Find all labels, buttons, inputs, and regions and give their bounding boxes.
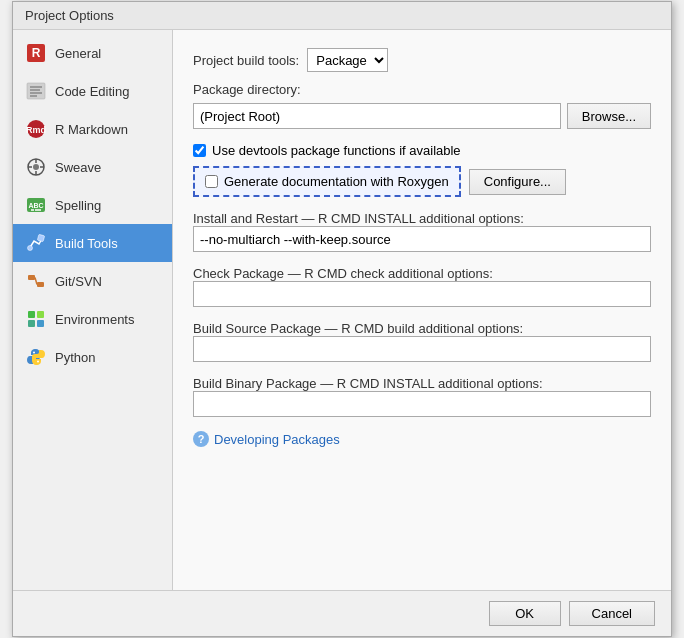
spelling-icon: ABC bbox=[25, 194, 47, 216]
devtools-checkbox[interactable] bbox=[193, 144, 206, 157]
sidebar-label-code-editing: Code Editing bbox=[55, 84, 129, 99]
sidebar-item-r-markdown[interactable]: Rmd R Markdown bbox=[13, 110, 172, 148]
svg-rect-27 bbox=[37, 320, 44, 327]
ok-button[interactable]: OK bbox=[489, 601, 561, 626]
check-package-label: Check Package — R CMD check additional o… bbox=[193, 266, 493, 281]
git-svn-icon bbox=[25, 270, 47, 292]
sidebar-label-environments: Environments bbox=[55, 312, 134, 327]
build-binary-input[interactable] bbox=[193, 391, 651, 417]
dialog-titlebar: Project Options bbox=[13, 2, 671, 30]
package-directory-input[interactable] bbox=[193, 103, 561, 129]
code-editing-icon bbox=[25, 80, 47, 102]
svg-line-23 bbox=[35, 278, 37, 285]
general-icon: R bbox=[25, 42, 47, 64]
dialog-body: R General Code Editing bbox=[13, 30, 671, 590]
install-restart-input[interactable] bbox=[193, 226, 651, 252]
svg-text:R: R bbox=[32, 46, 41, 60]
svg-point-19 bbox=[28, 246, 33, 251]
svg-text:Rmd: Rmd bbox=[26, 125, 46, 135]
sidebar-item-general[interactable]: R General bbox=[13, 34, 172, 72]
install-restart-label: Install and Restart — R CMD INSTALL addi… bbox=[193, 211, 524, 226]
build-binary-label: Build Binary Package — R CMD INSTALL add… bbox=[193, 376, 543, 391]
svg-rect-20 bbox=[37, 234, 44, 241]
roxygen-box: Generate documentation with Roxygen bbox=[193, 166, 461, 197]
devtools-row: Use devtools package functions if availa… bbox=[193, 143, 651, 158]
svg-rect-21 bbox=[28, 275, 35, 280]
sidebar-label-python: Python bbox=[55, 350, 95, 365]
svg-point-10 bbox=[33, 164, 39, 170]
configure-button[interactable]: Configure... bbox=[469, 169, 566, 195]
install-restart-section: Install and Restart — R CMD INSTALL addi… bbox=[193, 211, 651, 252]
sidebar: R General Code Editing bbox=[13, 30, 173, 590]
help-link-label: Developing Packages bbox=[214, 432, 340, 447]
sidebar-label-build-tools: Build Tools bbox=[55, 236, 118, 251]
r-markdown-icon: Rmd bbox=[25, 118, 47, 140]
main-content: Project build tools: Package (None) Make… bbox=[173, 30, 671, 590]
svg-rect-26 bbox=[28, 320, 35, 327]
package-directory-label: Package directory: bbox=[193, 82, 651, 97]
sidebar-label-sweave: Sweave bbox=[55, 160, 101, 175]
roxygen-checkbox[interactable] bbox=[205, 175, 218, 188]
dialog-title: Project Options bbox=[25, 8, 114, 23]
build-tools-row: Project build tools: Package (None) Make… bbox=[193, 48, 651, 72]
check-package-input[interactable] bbox=[193, 281, 651, 307]
sidebar-item-sweave[interactable]: Sweave bbox=[13, 148, 172, 186]
cancel-button[interactable]: Cancel bbox=[569, 601, 655, 626]
build-source-input[interactable] bbox=[193, 336, 651, 362]
sidebar-label-general: General bbox=[55, 46, 101, 61]
package-directory-row: Browse... bbox=[193, 103, 651, 129]
sidebar-item-environments[interactable]: Environments bbox=[13, 300, 172, 338]
sidebar-label-r-markdown: R Markdown bbox=[55, 122, 128, 137]
build-tools-icon bbox=[25, 232, 47, 254]
svg-rect-25 bbox=[37, 311, 44, 318]
build-source-label: Build Source Package — R CMD build addit… bbox=[193, 321, 523, 336]
sidebar-label-git-svn: Git/SVN bbox=[55, 274, 102, 289]
environments-icon bbox=[25, 308, 47, 330]
svg-point-29 bbox=[37, 361, 39, 363]
svg-rect-22 bbox=[37, 282, 44, 287]
help-icon: ? bbox=[193, 431, 209, 447]
dialog-footer: OK Cancel bbox=[13, 590, 671, 636]
browse-button[interactable]: Browse... bbox=[567, 103, 651, 129]
sidebar-item-code-editing[interactable]: Code Editing bbox=[13, 72, 172, 110]
sidebar-item-build-tools[interactable]: Build Tools bbox=[13, 224, 172, 262]
build-tools-select[interactable]: Package (None) Makefile Website Custom bbox=[307, 48, 388, 72]
developing-packages-link[interactable]: ? Developing Packages bbox=[193, 431, 651, 447]
sweave-icon bbox=[25, 156, 47, 178]
python-icon bbox=[25, 346, 47, 368]
sidebar-item-git-svn[interactable]: Git/SVN bbox=[13, 262, 172, 300]
sidebar-label-spelling: Spelling bbox=[55, 198, 101, 213]
package-directory-section: Package directory: Browse... bbox=[193, 82, 651, 129]
build-tools-label: Project build tools: bbox=[193, 53, 299, 68]
devtools-label: Use devtools package functions if availa… bbox=[212, 143, 461, 158]
build-source-section: Build Source Package — R CMD build addit… bbox=[193, 321, 651, 362]
svg-point-28 bbox=[33, 352, 35, 354]
project-options-dialog: Project Options R General bbox=[12, 1, 672, 637]
check-package-section: Check Package — R CMD check additional o… bbox=[193, 266, 651, 307]
svg-rect-24 bbox=[28, 311, 35, 318]
sidebar-item-spelling[interactable]: ABC Spelling bbox=[13, 186, 172, 224]
sidebar-item-python[interactable]: Python bbox=[13, 338, 172, 376]
roxygen-label: Generate documentation with Roxygen bbox=[224, 174, 449, 189]
svg-text:ABC: ABC bbox=[28, 202, 43, 209]
build-binary-section: Build Binary Package — R CMD INSTALL add… bbox=[193, 376, 651, 417]
